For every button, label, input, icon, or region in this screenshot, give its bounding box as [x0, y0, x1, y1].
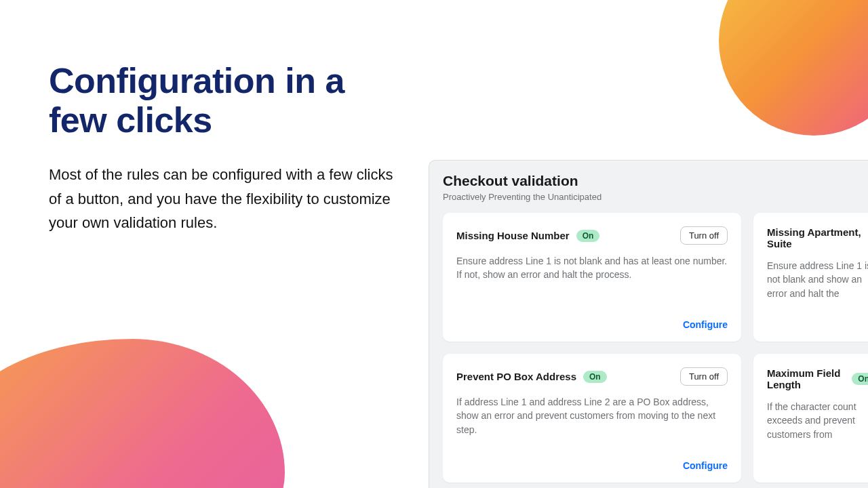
card-header: Prevent PO Box Address On Turn off	[456, 367, 728, 386]
validation-panel: Checkout validation Proactively Preventi…	[429, 160, 868, 488]
card-title: Missing House Number	[456, 230, 570, 241]
card-footer: Configure	[456, 460, 728, 472]
turn-off-button[interactable]: Turn off	[680, 226, 728, 245]
card-header: Maximum Field Length On	[767, 367, 868, 390]
status-badge-on: On	[576, 230, 600, 242]
configure-link[interactable]: Configure	[683, 460, 728, 471]
hero-subtext: Most of the rules can be configured with…	[49, 163, 401, 235]
status-badge-on: On	[852, 373, 868, 385]
card-header: Missing Apartment, Suite	[767, 226, 868, 249]
panel-subtitle: Proactively Preventing the Unanticipated	[443, 192, 868, 202]
cards-column-2: Missing Apartment, Suite Ensure address …	[753, 213, 868, 483]
decorative-blob-top	[719, 0, 868, 136]
panel-title: Checkout validation	[443, 173, 868, 189]
rule-card-missing-apartment: Missing Apartment, Suite Ensure address …	[753, 213, 868, 342]
hero-headline: Configuration in a few clicks	[49, 61, 401, 140]
decorative-blob-bottom	[0, 339, 285, 488]
card-title: Prevent PO Box Address	[456, 371, 576, 382]
rule-card-missing-house-number: Missing House Number On Turn off Ensure …	[443, 213, 741, 342]
status-badge-on: On	[583, 371, 607, 383]
card-footer: Configure	[456, 319, 728, 331]
configure-link[interactable]: Configure	[683, 319, 728, 330]
hero-section: Configuration in a few clicks Most of th…	[49, 61, 401, 235]
card-title: Maximum Field Length	[767, 367, 845, 390]
rule-card-max-field-length: Maximum Field Length On If the character…	[753, 354, 868, 483]
rule-card-prevent-po-box: Prevent PO Box Address On Turn off If ad…	[443, 354, 741, 483]
card-description: Ensure address Line 1 is not blank and s…	[767, 259, 868, 331]
card-header: Missing House Number On Turn off	[456, 226, 728, 245]
card-description: If address Line 1 and address Line 2 are…	[456, 395, 728, 451]
card-title: Missing Apartment, Suite	[767, 226, 868, 249]
card-description: Ensure address Line 1 is not blank and h…	[456, 254, 728, 310]
card-description: If the character count exceeds and preve…	[767, 400, 868, 472]
cards-grid: Missing House Number On Turn off Ensure …	[443, 213, 868, 483]
turn-off-button[interactable]: Turn off	[680, 367, 728, 386]
cards-column-1: Missing House Number On Turn off Ensure …	[443, 213, 741, 483]
